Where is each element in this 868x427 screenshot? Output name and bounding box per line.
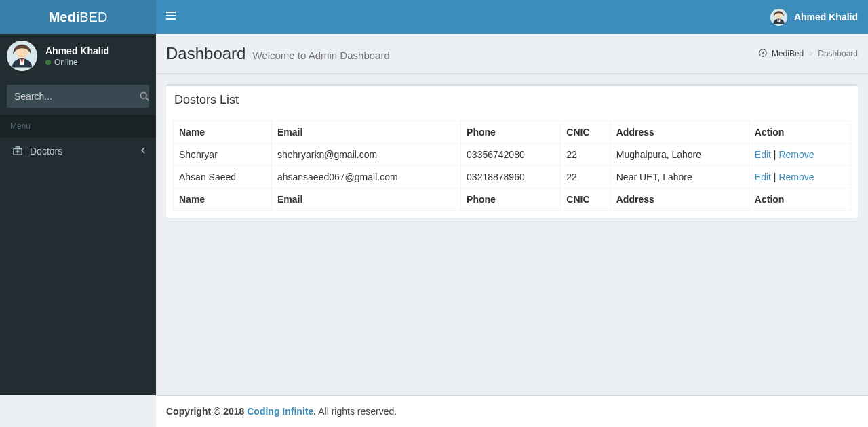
- medkit-icon: [12, 146, 23, 156]
- action-separator: |: [771, 171, 778, 182]
- cell-email: shehryarkn@gmail.com: [271, 144, 460, 166]
- table-header-row: Name Email Phone CNIC Address Action: [174, 121, 851, 144]
- cell-name: Ahsan Saeed: [174, 166, 272, 188]
- cell-name: Shehryar: [174, 144, 272, 166]
- table-row: Ahsan Saeed ahsansaeed067@gmail.com 0321…: [174, 166, 851, 188]
- brand-light: BED: [79, 9, 107, 24]
- status-dot-icon: [45, 60, 51, 65]
- sidebar-user-panel: Ahmed Khalid Online: [0, 34, 156, 78]
- dashboard-icon: [759, 49, 767, 59]
- th-name: Name: [174, 121, 272, 144]
- cell-cnic: 22: [561, 166, 610, 188]
- breadcrumb-home[interactable]: MediBed: [772, 49, 804, 58]
- cell-address: Near UET, Lahore: [610, 166, 749, 188]
- cell-address: Mughalpura, Lahore: [610, 144, 749, 166]
- footer: Copyright © 2018 Coding Infinite. All ri…: [156, 395, 868, 427]
- tf-address: Address: [610, 188, 749, 211]
- search-input[interactable]: [7, 91, 140, 102]
- action-separator: |: [771, 149, 778, 160]
- page-title: Dashboard: [166, 44, 245, 63]
- svg-rect-9: [16, 147, 19, 149]
- footer-suffix: All rights reserved.: [316, 406, 397, 417]
- tf-cnic: CNIC: [561, 188, 610, 211]
- svg-point-6: [140, 92, 146, 98]
- th-email: Email: [271, 121, 460, 144]
- th-phone: Phone: [461, 121, 561, 144]
- doctors-table: Name Email Phone CNIC Address Action: [173, 121, 851, 211]
- nav-user-menu[interactable]: Ahmed Khalid: [770, 9, 858, 26]
- edit-link[interactable]: Edit: [755, 149, 771, 160]
- page-subtitle: Welcome to Admin Dashboard: [252, 49, 389, 61]
- search-icon: [140, 92, 149, 101]
- nav-user-name: Ahmed Khalid: [794, 12, 858, 22]
- breadcrumb: MediBed > Dashboard: [759, 49, 858, 59]
- sidebar-user-status[interactable]: Online: [45, 58, 109, 67]
- content-header: Dashboard Welcome to Admin Dashboard Med…: [156, 34, 868, 74]
- sidebar-user-name: Ahmed Khalid: [45, 45, 109, 56]
- doctors-list-box: Dostors List Name Email Phone CNIC Addre…: [166, 84, 858, 218]
- th-address: Address: [610, 121, 749, 144]
- edit-link[interactable]: Edit: [755, 171, 771, 182]
- cell-email: ahsansaeed067@gmail.com: [271, 166, 460, 188]
- tf-action: Action: [749, 188, 850, 211]
- search-button[interactable]: [140, 92, 149, 101]
- avatar: [770, 9, 787, 26]
- box-title: Dostors List: [166, 86, 858, 114]
- remove-link[interactable]: Remove: [778, 149, 814, 160]
- brand-logo[interactable]: MediBED: [0, 0, 156, 34]
- cell-phone: 03356742080: [461, 144, 561, 166]
- th-action: Action: [749, 121, 850, 144]
- sidebar: Ahmed Khalid Online Menu: [0, 34, 156, 395]
- hamburger-icon[interactable]: [166, 11, 176, 23]
- tf-phone: Phone: [461, 188, 561, 211]
- chevron-left-icon: [140, 147, 146, 155]
- breadcrumb-separator: >: [808, 49, 813, 58]
- th-cnic: CNIC: [561, 121, 610, 144]
- sidebar-item-doctors[interactable]: Doctors: [0, 138, 156, 165]
- table-footer-row: Name Email Phone CNIC Address Action: [174, 188, 851, 211]
- remove-link[interactable]: Remove: [778, 171, 814, 182]
- sidebar-item-label: Doctors: [30, 146, 62, 157]
- cell-action: Edit | Remove: [749, 144, 850, 166]
- brand-bold: Medi: [49, 9, 80, 24]
- footer-link[interactable]: Coding Infinite: [247, 406, 313, 417]
- footer-copyright: Copyright © 2018: [166, 406, 247, 417]
- tf-email: Email: [271, 188, 460, 211]
- table-row: Shehryar shehryarkn@gmail.com 0335674208…: [174, 144, 851, 166]
- svg-line-7: [146, 98, 149, 100]
- top-navbar: Ahmed Khalid: [156, 0, 868, 34]
- tf-name: Name: [174, 188, 272, 211]
- avatar: [7, 41, 37, 71]
- sidebar-menu-header: Menu: [0, 115, 156, 138]
- cell-action: Edit | Remove: [749, 166, 850, 188]
- cell-cnic: 22: [561, 144, 610, 166]
- svg-point-11: [762, 52, 764, 54]
- content-wrapper: Dashboard Welcome to Admin Dashboard Med…: [156, 34, 868, 395]
- sidebar-search: [0, 78, 156, 115]
- cell-phone: 03218878960: [461, 166, 561, 188]
- breadcrumb-current: Dashboard: [818, 49, 858, 58]
- status-text: Online: [54, 58, 78, 67]
